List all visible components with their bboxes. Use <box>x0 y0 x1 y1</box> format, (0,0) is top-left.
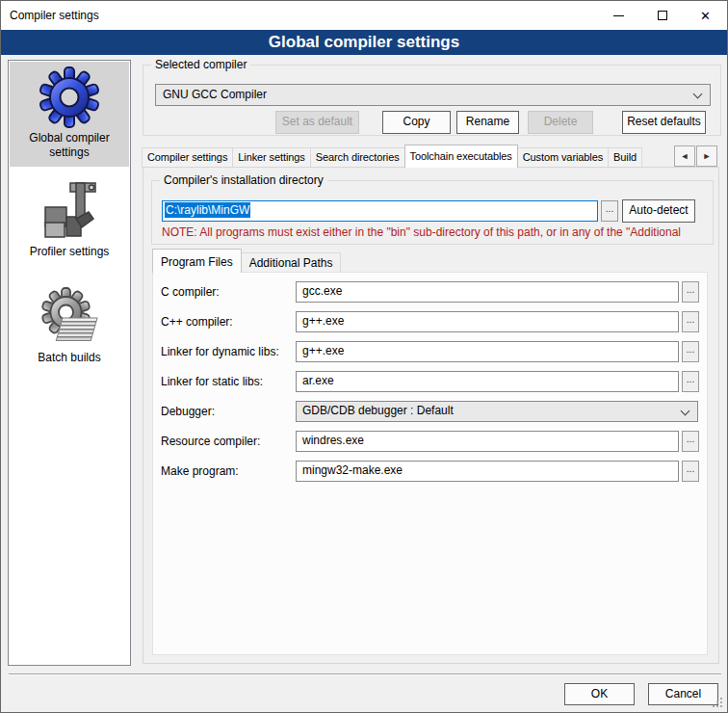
make-program-input[interactable]: mingw32-make.exe <box>296 461 679 482</box>
titlebar: Compiler settings ✕ <box>1 1 727 30</box>
auto-detect-button[interactable]: Auto-detect <box>622 199 695 223</box>
blue-gear-icon <box>39 66 100 128</box>
browse-button[interactable]: ... <box>682 461 699 482</box>
tab-build-options[interactable]: Build <box>609 147 642 168</box>
delete-button[interactable]: Delete <box>528 111 593 134</box>
browse-button[interactable]: ... <box>682 431 699 452</box>
debugger-select-value: GDB/CDB debugger : Default <box>302 404 454 417</box>
arrow-left-icon: ◄ <box>681 151 689 161</box>
tab-program-files[interactable]: Program Files <box>152 249 242 273</box>
field-row: C compiler: gcc.exe ... <box>161 281 707 303</box>
group-label: Compiler's installation directory <box>160 173 327 187</box>
browse-button[interactable]: ... <box>682 341 699 362</box>
program-files-panel: C compiler: gcc.exe ... C++ compiler: g+… <box>152 272 708 655</box>
sidebar-item-label: Profiler settings <box>10 245 129 259</box>
field-label: C compiler: <box>161 285 296 299</box>
settings-tabstrip: Compiler settings Linker settings Search… <box>142 145 672 168</box>
window-title: Compiler settings <box>1 9 597 22</box>
field-label: C++ compiler: <box>161 315 296 329</box>
field-label: Debugger: <box>161 405 296 418</box>
sidebar-item-batch-builds[interactable]: Batch builds <box>10 281 129 372</box>
tab-additional-paths[interactable]: Additional Paths <box>241 252 342 273</box>
cpp-compiler-input[interactable]: g++.exe <box>296 311 679 332</box>
field-label: Linker for static libs: <box>161 375 296 388</box>
compiler-select[interactable]: GNU GCC Compiler <box>155 84 711 106</box>
tab-toolchain-executables[interactable]: Toolchain executables <box>404 145 518 168</box>
close-button[interactable]: ✕ <box>684 2 727 30</box>
resource-compiler-input[interactable]: windres.exe <box>296 431 679 452</box>
field-row: Resource compiler: windres.exe ... <box>161 431 707 452</box>
close-icon: ✕ <box>700 9 711 23</box>
installation-directory-input[interactable]: C:\raylib\MinGW <box>162 200 598 222</box>
program-files-tabstrip: Program Files Additional Paths <box>152 249 341 273</box>
ok-button[interactable]: OK <box>564 683 635 705</box>
installation-directory-group: Compiler's installation directory C:\ray… <box>151 180 714 245</box>
field-label: Resource compiler: <box>161 435 296 448</box>
copy-button[interactable]: Copy <box>382 111 451 134</box>
arrow-right-icon: ► <box>703 151 712 161</box>
field-row: Linker for static libs: ar.exe ... <box>161 371 707 392</box>
debugger-select[interactable]: GDB/CDB debugger : Default <box>296 401 698 422</box>
settings-category-list: Global compiler settings Profiler settin… <box>8 60 131 666</box>
field-row: Make program: mingw32-make.exe ... <box>161 461 707 482</box>
minimize-icon <box>613 15 624 16</box>
sidebar-item-label: Global compiler settings <box>10 131 129 160</box>
minimize-button[interactable] <box>597 2 640 30</box>
resize-grip[interactable] <box>720 705 722 707</box>
sidebar-item-profiler-settings[interactable]: Profiler settings <box>10 175 129 266</box>
chevron-down-icon <box>693 90 703 99</box>
field-row: C++ compiler: g++.exe ... <box>161 311 707 332</box>
bin-subdirectory-note: NOTE: All programs must exist either in … <box>162 225 712 239</box>
chevron-down-icon <box>681 407 690 416</box>
sidebar-item-global-compiler-settings[interactable]: Global compiler settings <box>10 62 129 167</box>
tab-compiler-settings[interactable]: Compiler settings <box>142 147 233 168</box>
cancel-button[interactable]: Cancel <box>648 683 718 705</box>
maximize-button[interactable] <box>640 2 684 30</box>
reset-defaults-button[interactable]: Reset defaults <box>622 111 706 134</box>
browse-button[interactable]: ... <box>682 281 699 303</box>
static-linker-input[interactable]: ar.exe <box>296 371 679 392</box>
footer-separator <box>9 673 721 675</box>
tab-scroll-left-button[interactable]: ◄ <box>674 145 695 167</box>
selected-text: C:\raylib\MinGW <box>165 202 250 218</box>
browse-directory-button[interactable]: ... <box>601 200 618 222</box>
tab-custom-variables[interactable]: Custom variables <box>518 147 609 168</box>
toolchain-executables-page: Compiler's installation directory C:\ray… <box>143 167 719 664</box>
profiler-caliper-icon <box>39 180 100 242</box>
group-label: Selected compiler <box>151 58 250 71</box>
c-compiler-input[interactable]: gcc.exe <box>296 281 679 303</box>
page-title: Global compiler settings <box>1 30 727 55</box>
compiler-select-value: GNU GCC Compiler <box>163 88 267 101</box>
set-as-default-button[interactable]: Set as default <box>275 111 359 134</box>
maximize-icon <box>658 11 667 20</box>
field-row: Linker for dynamic libs: g++.exe ... <box>161 341 707 362</box>
tab-linker-settings[interactable]: Linker settings <box>233 147 310 168</box>
field-row: Debugger: GDB/CDB debugger : Default <box>161 401 707 422</box>
compiler-settings-dialog: Compiler settings ✕ Global compiler sett… <box>0 0 728 713</box>
rename-button[interactable]: Rename <box>456 111 519 134</box>
sidebar-item-label: Batch builds <box>10 351 129 365</box>
browse-button[interactable]: ... <box>682 311 699 332</box>
browse-button[interactable]: ... <box>682 371 699 392</box>
tab-scroll-right-button[interactable]: ► <box>696 145 717 167</box>
tab-search-directories[interactable]: Search directories <box>311 147 405 168</box>
field-label: Linker for dynamic libs: <box>161 345 296 358</box>
field-label: Make program: <box>161 464 296 478</box>
gray-gear-stack-icon <box>39 286 100 348</box>
dynamic-linker-input[interactable]: g++.exe <box>296 341 679 362</box>
